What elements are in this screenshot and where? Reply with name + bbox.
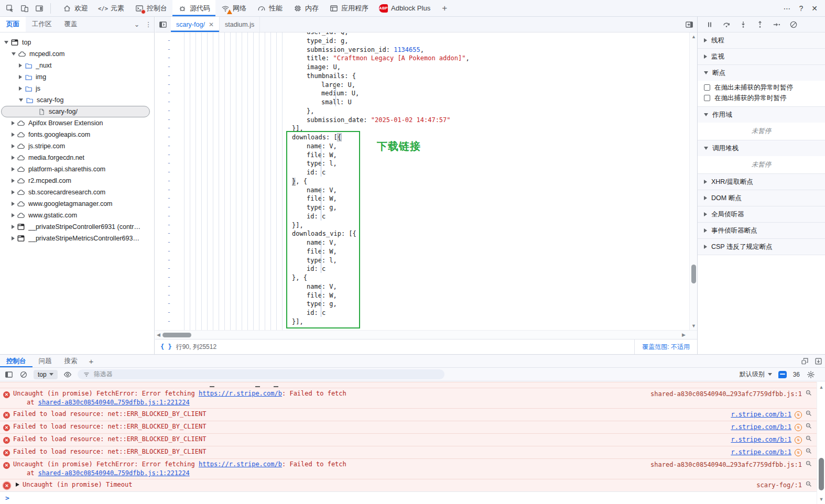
close-devtools-icon[interactable]: ✕ (811, 4, 818, 13)
more-options-icon[interactable]: ⋯ (783, 4, 790, 13)
scroll-up-icon[interactable]: ▲ (690, 34, 697, 39)
code-line[interactable]: }], (182, 221, 689, 230)
chevron-collapsed-icon[interactable] (12, 121, 15, 125)
checkbox[interactable] (704, 84, 710, 91)
editor-pane-icon[interactable] (681, 17, 697, 32)
section-header[interactable]: CSP 违反了规定断点 (698, 239, 825, 255)
scroll-up-icon[interactable]: ▲ (817, 385, 825, 390)
console-error-message[interactable]: ✕Failed to load resource: net::ERR_BLOCK… (0, 446, 817, 458)
section-header[interactable]: DOM 断点 (698, 190, 825, 206)
chevron-collapsed-icon[interactable] (12, 225, 15, 229)
kebab-menu-icon[interactable]: ⋮ (143, 17, 154, 32)
console-error-message[interactable]: ✕Failed to load resource: net::ERR_BLOCK… (0, 433, 817, 446)
source-location-link[interactable]: shared-a830c08540940…293afc7759dfbb.js:1 (650, 461, 802, 469)
chevron-collapsed-icon[interactable] (12, 213, 15, 217)
chevron-collapsed-icon[interactable] (12, 167, 15, 171)
scrollbar-thumb[interactable] (162, 333, 191, 337)
editor-tab-stadium[interactable]: stadium.js (220, 17, 260, 32)
code-line[interactable]: file: W, (182, 194, 689, 203)
chevron-collapsed-icon[interactable] (12, 202, 15, 206)
section-header[interactable]: 作用域 (698, 107, 825, 123)
network-request-icon[interactable]: ⇅ (795, 424, 802, 431)
scroll-right-icon[interactable]: ▶ (682, 332, 686, 337)
code-line[interactable]: }, (182, 107, 689, 116)
source-location-link[interactable]: r.stripe.com/b:1 (731, 423, 791, 432)
exception-pause-option[interactable]: 在抛出捕获的异常时暂停 (698, 93, 825, 103)
console-scrollbar[interactable]: ▲ ▼ (817, 382, 825, 504)
editor-horizontal-scrollbar[interactable]: ◀ ▶ (155, 330, 697, 339)
tree-item[interactable]: www.googletagmanager.com (0, 198, 154, 210)
step-over-icon[interactable] (722, 20, 731, 29)
tab-sources[interactable]: 源代码 (172, 0, 215, 16)
network-request-icon[interactable]: ⇅ (795, 411, 802, 419)
checkbox[interactable] (704, 95, 710, 101)
code-area[interactable]: ---------------------------------- user_… (155, 32, 697, 330)
tree-item[interactable]: js (0, 83, 154, 94)
source-location-link[interactable]: scary-fog/:1 (756, 481, 802, 490)
chevron-collapsed-icon[interactable] (19, 86, 22, 91)
console-sidebar-icon[interactable] (4, 370, 14, 379)
tree-item[interactable]: fonts.googleapis.com (0, 129, 154, 140)
search-similar-icon[interactable] (805, 447, 812, 457)
tree-item[interactable]: __privateStripeController6931 (contr… (0, 221, 154, 233)
code-line[interactable]: type: l, (182, 159, 689, 168)
tab-abp[interactable]: ABPAdblock Plus (374, 0, 436, 16)
clear-console-icon[interactable] (19, 370, 28, 379)
search-similar-icon[interactable] (805, 389, 812, 399)
code-line[interactable]: name: V, (182, 282, 689, 291)
chevron-expanded-icon[interactable] (19, 98, 23, 102)
scroll-left-icon[interactable]: ◀ (157, 332, 160, 337)
chevron-expanded-icon[interactable] (12, 52, 16, 56)
code-line[interactable]: small: U (182, 98, 689, 107)
code-line[interactable]: thumbnails: { (182, 72, 689, 81)
chevron-collapsed-icon[interactable] (12, 133, 15, 137)
code-line[interactable]: type_id: g, (182, 37, 689, 46)
search-similar-icon[interactable] (805, 435, 812, 445)
tree-item[interactable]: js.stripe.com (0, 140, 154, 152)
tab-network[interactable]: 网络 (215, 0, 252, 16)
tree-item[interactable]: media.forgecdn.net (0, 152, 154, 163)
code-line[interactable]: type: g, (182, 203, 689, 212)
tree-item[interactable]: __privateStripeMetricsController693… (0, 233, 154, 244)
tree-item[interactable]: scary-fog (0, 94, 154, 106)
scrollbar-thumb[interactable] (819, 458, 824, 490)
tree-item[interactable]: Apifox Browser Extension (0, 117, 154, 129)
source-location-link[interactable]: r.stripe.com/b:1 (731, 448, 791, 457)
code-line[interactable]: file: W, (182, 151, 689, 160)
console-tab-控制台[interactable]: 控制台 (0, 355, 32, 367)
device-toolbar-icon[interactable] (20, 4, 29, 13)
step-out-icon[interactable] (755, 20, 765, 29)
chevron-collapsed-icon[interactable] (12, 236, 15, 240)
section-header[interactable]: 调用堆栈 (698, 140, 825, 156)
code-line[interactable]: submission_version_id: 1134655, (182, 46, 689, 54)
tree-item[interactable]: mcpedl.com (0, 48, 154, 60)
exception-pause-option[interactable]: 在抛出未捕获的异常时暂停 (698, 82, 825, 93)
console-error-message[interactable]: ✕Failed to load resource: net::ERR_BLOCK… (0, 421, 817, 433)
tree-item[interactable]: _nuxt (0, 60, 154, 71)
navigator-tab-页面[interactable]: 页面 (0, 17, 26, 32)
tree-item[interactable]: r2.mcpedl.com (0, 175, 154, 187)
code-line[interactable]: file: W, (182, 247, 689, 256)
code-line[interactable]: }, { (182, 177, 689, 186)
tree-item[interactable]: img (0, 71, 154, 83)
tab-memory[interactable]: 内存 (288, 0, 324, 16)
code-line[interactable]: file: W, (182, 291, 689, 300)
line-gutter[interactable]: ---------------------------------- (155, 32, 179, 326)
code-line[interactable]: title: "Craftmon Legacy [A Pokemon addon… (182, 54, 689, 63)
chevron-collapsed-icon[interactable] (12, 156, 15, 160)
console-prompt[interactable]: > (0, 491, 817, 504)
console-error-message[interactable]: ✕Failed to load resource: net::ERR_BLOCK… (0, 408, 817, 421)
section-header[interactable]: 事件侦听器断点 (698, 223, 825, 238)
code-line[interactable]: downloads_vip: [{ (182, 229, 689, 238)
step-icon[interactable] (772, 20, 781, 29)
close-tab-icon[interactable]: ✕ (209, 21, 214, 28)
stack-link[interactable]: shared-a830c08540940…759dfbb.js:1:221224 (38, 469, 190, 477)
pretty-print-icon[interactable]: { } (160, 343, 172, 350)
expand-triangle-icon[interactable] (16, 483, 19, 487)
more-tabs-button[interactable]: + (436, 0, 453, 16)
code-line[interactable]: image: U, (182, 63, 689, 72)
code-line[interactable]: id: c (182, 309, 689, 317)
log-level-selector[interactable]: 默认级别 (740, 370, 772, 379)
console-error-message[interactable]: ✕Uncaught (in promise) FetchError: Error… (0, 458, 817, 479)
section-header[interactable]: 全局侦听器 (698, 206, 825, 222)
